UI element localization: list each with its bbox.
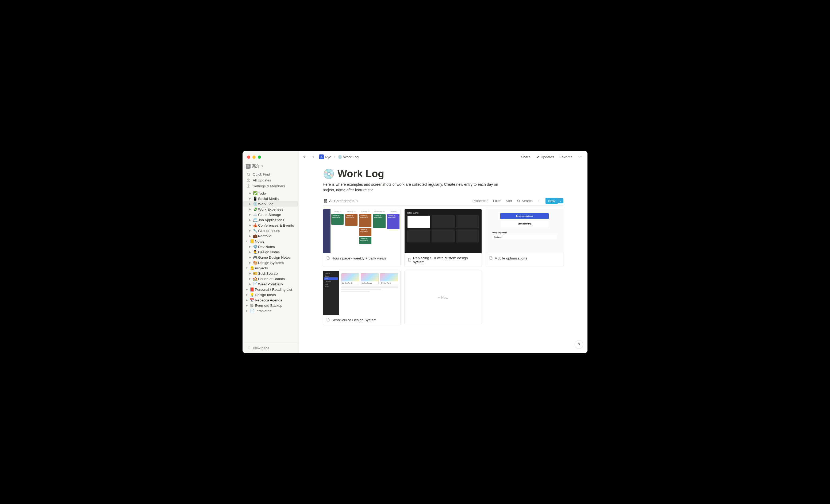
toggle-icon[interactable]: ▶ — [248, 261, 252, 265]
card-title-row: Hours page - weekly + daily views — [323, 253, 400, 263]
document-icon — [326, 256, 330, 261]
svg-point-0 — [247, 173, 250, 175]
favorite-button[interactable]: Favorite — [558, 154, 574, 160]
sidebar-item[interactable]: ▶🔧Github Issues — [243, 228, 298, 233]
filter-button[interactable]: Filter — [492, 198, 502, 203]
toggle-icon[interactable]: ▼ — [245, 239, 249, 243]
share-button[interactable]: Share — [519, 154, 532, 160]
page-description[interactable]: Here is where examples and screenshots o… — [323, 182, 510, 193]
sidebar-item[interactable]: ▶☁️Cloud Storage — [243, 212, 298, 217]
sidebar-item[interactable]: ▶💼Portfolio — [243, 233, 298, 239]
properties-button[interactable]: Properties — [471, 198, 489, 203]
toggle-icon[interactable]: ▶ — [245, 293, 249, 297]
sidebar-item[interactable]: ▶📕Personal / Reading List — [243, 287, 298, 292]
item-emoji: 💸 — [253, 207, 257, 211]
toggle-icon[interactable]: ▶ — [248, 234, 252, 238]
sidebar-item[interactable]: ▶📱Social Media — [243, 196, 298, 201]
toggle-icon[interactable]: ▶ — [248, 277, 252, 281]
item-emoji: 👨‍🎨 — [253, 250, 257, 254]
sidebar-item[interactable]: ▶🐘Evernote Backup — [243, 303, 298, 308]
new-dropdown[interactable]: ⌄ — [558, 198, 564, 203]
toggle-icon[interactable]: ▶ — [248, 196, 252, 201]
view-selector[interactable]: All Screenshots — [323, 198, 360, 203]
toggle-icon[interactable]: ▶ — [248, 229, 252, 233]
sidebar-item[interactable]: ▶🎫SeshSource — [243, 271, 298, 276]
toggle-icon[interactable]: ▶ — [248, 271, 252, 275]
help-button[interactable]: ? — [575, 340, 583, 349]
item-emoji: 🎮 — [253, 255, 257, 260]
add-card[interactable]: +New — [404, 271, 482, 324]
toggle-icon[interactable]: ▶ — [248, 282, 252, 286]
toggle-icon[interactable]: ▶ — [245, 287, 249, 292]
toggle-icon[interactable]: ▶ — [248, 244, 252, 249]
toggle-icon[interactable]: ▶ — [248, 202, 252, 206]
sidebar-item[interactable]: ▶📄Templates — [243, 308, 298, 313]
toggle-icon[interactable]: ▶ — [245, 309, 249, 313]
sidebar-item[interactable]: ▶💸Work Expenses — [243, 207, 298, 212]
svg-rect-9 — [326, 201, 327, 202]
quick-find[interactable]: Quick Find — [244, 171, 297, 177]
close-icon[interactable] — [247, 156, 250, 159]
sidebar-item[interactable]: ▶🎪Conferences & Events — [243, 223, 298, 228]
card-title-row: SeshSource Design System — [323, 315, 400, 325]
plus-icon: + — [438, 296, 440, 300]
gallery-card[interactable]: Sunday 22Cleaning up server cacheMonday … — [323, 209, 401, 267]
toggle-icon[interactable]: ▶ — [248, 212, 252, 217]
gallery-card[interactable]: GeneralButtonCardCheckboxInputModalJoy G… — [323, 271, 401, 325]
nav-forward[interactable] — [310, 154, 316, 160]
more-menu[interactable] — [576, 154, 584, 160]
zoom-icon[interactable] — [258, 156, 261, 159]
view-more[interactable] — [536, 198, 543, 204]
sidebar-item[interactable]: ▼📒Notes — [243, 239, 298, 244]
workspace-switcher[interactable]: 亮 亮介 ⇅ — [243, 163, 298, 171]
add-card-label: New — [441, 296, 448, 300]
sidebar-item[interactable]: ▶🎨Design Systems — [243, 260, 298, 265]
sidebar-item[interactable]: ▶💿Work Log — [243, 201, 298, 207]
sidebar-item[interactable]: ▶📄WeedPornDaily — [243, 281, 298, 287]
new-page-button[interactable]: + New page — [245, 345, 296, 351]
svg-point-2 — [248, 186, 249, 187]
clock-icon — [246, 178, 251, 182]
sidebar-item[interactable]: ▶💡Design Ideas — [243, 292, 298, 297]
search-icon — [517, 199, 521, 203]
item-label: Design Ideas — [255, 293, 276, 297]
sidebar-item[interactable]: ▶✅Todo — [243, 191, 298, 196]
page-header: 💿 Work Log — [323, 168, 564, 179]
crumb-root[interactable]: 亮 Ryo — [318, 154, 332, 160]
all-updates[interactable]: All Updates — [244, 177, 297, 183]
toggle-icon[interactable]: ▶ — [248, 255, 252, 260]
settings-members[interactable]: Settings & Members — [244, 183, 297, 189]
sidebar-item[interactable]: ▶📇Job Applications — [243, 217, 298, 223]
toggle-icon[interactable]: ▶ — [248, 223, 252, 227]
page-content: 💿 Work Log Here is where examples and sc… — [299, 163, 587, 353]
new-button[interactable]: New — [545, 198, 558, 204]
toggle-icon[interactable]: ▶ — [245, 298, 249, 302]
sidebar-item[interactable]: ▶📅Rebecca Agenda — [243, 297, 298, 303]
updates-button[interactable]: Updates — [534, 154, 556, 160]
minimize-icon[interactable] — [252, 156, 256, 159]
toggle-icon[interactable]: ▶ — [248, 250, 252, 254]
dots-icon — [538, 199, 542, 203]
toggle-icon[interactable]: ▶ — [245, 303, 249, 308]
toggle-icon[interactable]: ▶ — [248, 218, 252, 222]
gallery-card[interactable]: Latest EventsReplacing SUI with custom d… — [404, 209, 482, 267]
item-label: House of Brands — [258, 277, 285, 281]
sidebar-item[interactable]: ▶👨‍🎨Design Notes — [243, 249, 298, 255]
svg-rect-8 — [324, 201, 325, 202]
page-icon[interactable]: 💿 — [323, 168, 335, 179]
card-thumbnail: GeneralButtonCardCheckboxInputModalJoy G… — [323, 271, 400, 315]
card-thumbnail: Latest Events — [405, 209, 482, 253]
toggle-icon[interactable]: ▶ — [248, 191, 252, 195]
toggle-icon[interactable]: ▼ — [245, 266, 249, 270]
sidebar-item[interactable]: ▶⚙️Dev Notes — [243, 244, 298, 249]
sort-button[interactable]: Sort — [505, 198, 513, 203]
sidebar-item[interactable]: ▼👷Projects — [243, 265, 298, 271]
sidebar-item[interactable]: ▶🎮Game Design Notes — [243, 255, 298, 260]
gallery-card[interactable]: Browse systemsStart learningDesign Syste… — [486, 209, 564, 267]
page-title[interactable]: Work Log — [338, 168, 384, 179]
sidebar-item[interactable]: ▶🏫House of Brands — [243, 276, 298, 281]
crumb-page[interactable]: 💿 Work Log — [337, 154, 360, 160]
search-button[interactable]: Search — [516, 198, 534, 203]
nav-back[interactable] — [302, 154, 308, 160]
toggle-icon[interactable]: ▶ — [248, 207, 252, 211]
